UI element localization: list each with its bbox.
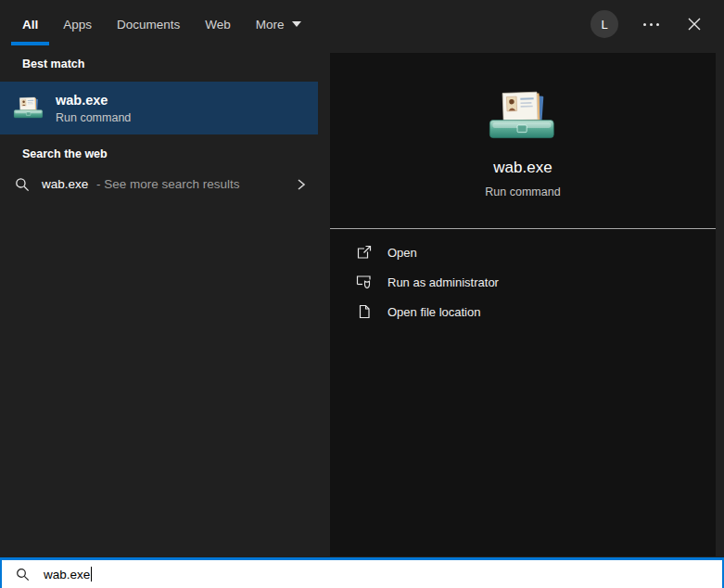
best-match-title: wab.exe xyxy=(56,93,131,108)
avatar[interactable]: L xyxy=(591,10,618,38)
divider xyxy=(330,228,716,229)
tab-web-label: Web xyxy=(205,18,231,32)
preview-title: wab.exe xyxy=(493,159,552,177)
search-input-value: wab.exe xyxy=(44,568,90,582)
topbar-controls: L xyxy=(591,10,705,38)
open-icon xyxy=(356,245,373,261)
close-icon[interactable] xyxy=(684,14,705,34)
chevron-right-icon[interactable] xyxy=(296,177,307,192)
tab-all-label: All xyxy=(22,18,38,32)
web-result-query: wab.exe xyxy=(42,177,88,191)
preview-panel: wab.exe Run command Open Run as ad xyxy=(330,53,716,556)
tab-apps[interactable]: Apps xyxy=(63,0,92,48)
text-cursor xyxy=(91,567,92,582)
filter-tabs: All Apps Documents Web More xyxy=(22,0,301,48)
action-run-as-admin[interactable]: Run as administrator xyxy=(330,267,716,297)
web-result-suffix: - See more search results xyxy=(96,177,240,191)
avatar-initial: L xyxy=(601,18,607,32)
action-open-file-location[interactable]: Open file location xyxy=(330,297,716,326)
topbar: All Apps Documents Web More L xyxy=(0,0,724,48)
action-open[interactable]: Open xyxy=(330,237,716,267)
preview-subtitle: Run command xyxy=(485,185,560,198)
search-input[interactable]: wab.exe xyxy=(0,557,724,588)
tab-all[interactable]: All xyxy=(22,0,38,48)
tab-apps-label: Apps xyxy=(63,18,92,32)
admin-shield-icon xyxy=(356,275,373,290)
action-open-file-location-label: Open file location xyxy=(387,305,480,319)
best-match-result[interactable]: wab.exe Run command xyxy=(0,82,318,134)
address-book-icon xyxy=(488,88,558,146)
address-book-icon xyxy=(13,96,44,121)
chevron-down-icon xyxy=(292,21,301,27)
action-run-as-admin-label: Run as administrator xyxy=(387,275,499,289)
tab-documents-label: Documents xyxy=(117,18,180,32)
tab-documents[interactable]: Documents xyxy=(117,0,180,48)
action-list: Open Run as administrator Open file loca… xyxy=(330,237,716,326)
search-icon xyxy=(15,177,30,192)
search-web-header: Search the web xyxy=(22,147,318,161)
search-icon xyxy=(16,568,30,582)
tab-web[interactable]: Web xyxy=(205,0,231,48)
web-search-result[interactable]: wab.exe - See more search results xyxy=(0,167,318,201)
file-location-icon xyxy=(356,304,373,320)
tab-more[interactable]: More xyxy=(256,0,301,48)
more-options-icon[interactable] xyxy=(641,19,661,30)
action-open-label: Open xyxy=(387,246,417,260)
results-panel: Best match wab.exe Run command Search th… xyxy=(0,48,318,557)
tab-more-label: More xyxy=(256,18,285,32)
best-match-header: Best match xyxy=(22,58,318,71)
best-match-subtitle: Run command xyxy=(56,111,131,124)
